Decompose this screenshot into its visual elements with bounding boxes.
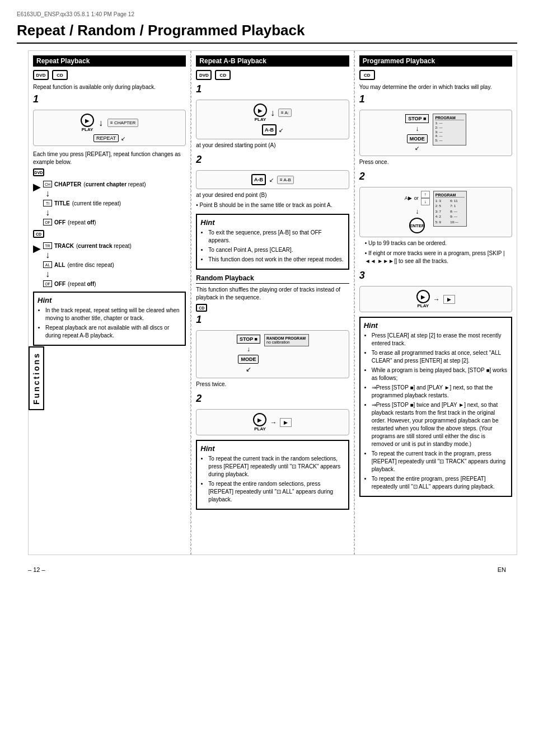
dvd-icon-small: DVD xyxy=(33,168,44,176)
prog-step1-text: Press once. xyxy=(359,158,512,166)
ab-btn-2: A-B xyxy=(251,174,266,185)
all-note: (entire disc repeat) xyxy=(67,262,114,268)
ab-cd-icon: CD xyxy=(215,70,231,80)
repeat-hint-item-2: Repeat playback are not available with a… xyxy=(45,324,181,340)
prog-step3-diagram: ▶ PLAY → ▶ xyxy=(359,286,512,312)
prog-step3-number: 3 xyxy=(359,270,365,281)
random-stop-btn: STOP ■ xyxy=(237,335,260,344)
ab-note-b: • Point B should be in the same title or… xyxy=(196,201,349,209)
repeat-step1: 1 ▶ PLAY ↓ ≡ CHAPTER REPEAT xyxy=(33,93,186,146)
dvd-icon: DVD xyxy=(33,70,49,80)
random-playback-header: Random Playback xyxy=(196,274,349,284)
disc-icons-row1: DVD CD xyxy=(33,70,186,80)
programmed-header: Programmed Playback xyxy=(359,55,512,67)
prog-step2-number: 2 xyxy=(359,171,365,182)
prog-step2-block: 2 A▶ or ↑ ↓ ↓ xyxy=(359,171,512,265)
random-play-symbol: ▶ xyxy=(280,418,292,427)
prog-hint-title: Hint xyxy=(364,321,508,330)
random-screen: RANDOM PROGRAM no calibration xyxy=(264,334,309,346)
chapter-repeat-icon: CH xyxy=(43,181,52,187)
cd-repeat-diagram: ▶ TR TRACK (current track repeat) ↓ AL A… xyxy=(33,241,186,288)
ab-step2-text: at your desired end point (B) xyxy=(196,191,349,199)
ab-screen-ab: ≡ A-B xyxy=(277,176,294,184)
page-number: – 12 – xyxy=(28,566,45,573)
off-label1: OFF xyxy=(54,219,65,226)
random-cd-icon: CD xyxy=(196,304,207,312)
prog-screen-1: PROGRAM 1:2:3:4:5: ————— xyxy=(433,114,466,145)
step1-number: 1 xyxy=(33,93,39,105)
off-note1: (repeat off) xyxy=(68,219,96,226)
prog-hint-5: ⇒Press [STOP ■] twice and [PLAY ►] next,… xyxy=(372,401,508,448)
repeat-hint-list: In the track repeat, repeat setting will… xyxy=(38,307,181,340)
prog-cd-icon: CD xyxy=(359,70,375,80)
col-ab-random: Repeat A-B Playback DVD CD 1 ▶ PLAY ↓ xyxy=(191,51,354,555)
col-repeat-playback: Repeat Playback DVD CD Repeat function i… xyxy=(29,51,191,555)
prog-note-2: • If eight or more tracks were in a prog… xyxy=(365,250,512,265)
chapter-note: (current chapter repeat) xyxy=(83,181,146,187)
page-wrapper: E6163UD_ENSP.qx33 05.8.1 1:40 PM Page 12… xyxy=(0,0,534,756)
ab-hint-box: Hint To exit the sequence, press [A-B] s… xyxy=(196,214,349,270)
repeat-diagram1: ▶ PLAY ↓ ≡ CHAPTER REPEAT ↙ xyxy=(33,110,186,146)
cd-icon-small: CD xyxy=(33,230,44,238)
prog-step2-diagram: A▶ or ↑ ↓ ↓ ENTER xyxy=(359,187,512,237)
ab-playback-header: Repeat A-B Playback xyxy=(196,55,349,67)
enter-btn: ENTER xyxy=(409,218,425,233)
dvd-row-chapter: CH CHAPTER (current chapter repeat) xyxy=(43,181,146,187)
ab-step2-block: 2 A-B ↙ ≡ A-B at your desired end point … xyxy=(196,154,349,209)
cd-icon-small-row: CD xyxy=(33,230,186,238)
ab-hint-3: This function does not work in the other… xyxy=(208,256,344,264)
chapter-screen: ≡ CHAPTER xyxy=(107,119,138,127)
prog-play-btn: ▶ xyxy=(416,290,430,303)
random-step1-diagram: STOP ■ ↓ MODE ↙ RANDOM PROGRAM no calibr… xyxy=(196,330,349,378)
random-step1-number: 1 xyxy=(196,314,202,326)
prog-note-1: • Up to 99 tracks can be ordered. xyxy=(365,240,512,247)
prog-hint-4: ⇒Press [STOP ■] and [PLAY ►] next, so th… xyxy=(372,384,508,400)
off-repeat-icon2: OF xyxy=(43,280,52,287)
random-hint-title: Hint xyxy=(200,444,344,453)
cd-row-track: TR TRACK (current track repeat) xyxy=(43,242,132,249)
title-repeat-icon: TI xyxy=(43,200,52,206)
dvd-row-title: TI TITLE (current title repeat) xyxy=(43,200,146,206)
repeat-intro-text: Repeat function is available only during… xyxy=(33,83,186,91)
functions-label: Functions xyxy=(29,346,44,410)
repeat-hint-title: Hint xyxy=(38,296,181,304)
random-step2-number: 2 xyxy=(196,393,202,405)
repeat-btn-diagram: REPEAT xyxy=(93,134,119,142)
prog-hint-2: To erase all programmed tracks at once, … xyxy=(372,349,508,365)
repeat-hint-item-1: In the track repeat, repeat setting will… xyxy=(45,307,181,322)
prog-screen-2: PROGRAM 1: 36: 11 2: 57: 1 3: 78: — 4: 2… xyxy=(433,191,467,227)
prog-step2-notes: • Up to 99 tracks can be ordered. • If e… xyxy=(365,240,512,265)
prog-hint-3: While a program is being played back, [S… xyxy=(372,367,508,382)
ab-hint-list: To exit the sequence, press [A-B] so tha… xyxy=(200,229,344,264)
random-hint-1: To repeat the current track in the rando… xyxy=(208,455,344,478)
prog-intro-text: You may determine the order in which tra… xyxy=(359,83,512,91)
ab-hint-title: Hint xyxy=(200,218,344,227)
prog-step1-number: 1 xyxy=(359,93,365,105)
ab-step2-number: 2 xyxy=(196,154,202,166)
top-info: E6163UD_ENSP.qx33 05.8.1 1:40 PM Page 12 xyxy=(17,11,517,17)
ab-screen-a: ≡ A: xyxy=(278,109,292,117)
all-repeat-icon: AL xyxy=(43,261,52,268)
dvd-repeat-diagram: ▶ CH CHAPTER (current chapter repeat) ↓ … xyxy=(33,180,186,227)
press-repeat-text: Each time you press [REPEAT], repeat fun… xyxy=(33,151,186,166)
prog-step1-block: 1 STOP ■ ↓ MODE ↙ PROGRAM xyxy=(359,93,512,166)
ab-hint-1: To exit the sequence, press [A-B] so tha… xyxy=(208,229,344,245)
off-label2: OFF xyxy=(54,281,65,287)
track-label: TRACK xyxy=(54,243,74,249)
page-bottom: – 12 – EN xyxy=(17,566,517,573)
ab-step1-diagram: ▶ PLAY ↓ ≡ A: A-B ↙ xyxy=(196,100,349,139)
en-label: EN xyxy=(498,566,506,573)
random-step2-block: 2 ▶ PLAY → ▶ xyxy=(196,393,349,435)
random-hint-list: To repeat the current track in the rando… xyxy=(200,455,344,504)
all-label: ALL xyxy=(54,262,65,268)
title-label: TITLE xyxy=(54,200,70,206)
repeat-hint-box: Hint In the track repeat, repeat setting… xyxy=(33,292,186,346)
ab-play-btn: ▶ xyxy=(254,104,267,117)
cd-row-off: OF OFF (repeat off) xyxy=(43,280,132,287)
dvd-row-off: OF OFF (repeat off) xyxy=(43,219,146,226)
random-step1-block: 1 STOP ■ ↓ MODE ↙ RANDOM PROGRAM no ca xyxy=(196,314,349,388)
random-play-btn: ▶ xyxy=(253,413,266,426)
prog-step1-diagram: STOP ■ ↓ MODE ↙ PROGRAM 1:2:3:4:5: ————— xyxy=(359,110,512,156)
prog-stop-btn: STOP ■ xyxy=(405,114,429,123)
repeat-playback-header: Repeat Playback xyxy=(33,55,186,67)
